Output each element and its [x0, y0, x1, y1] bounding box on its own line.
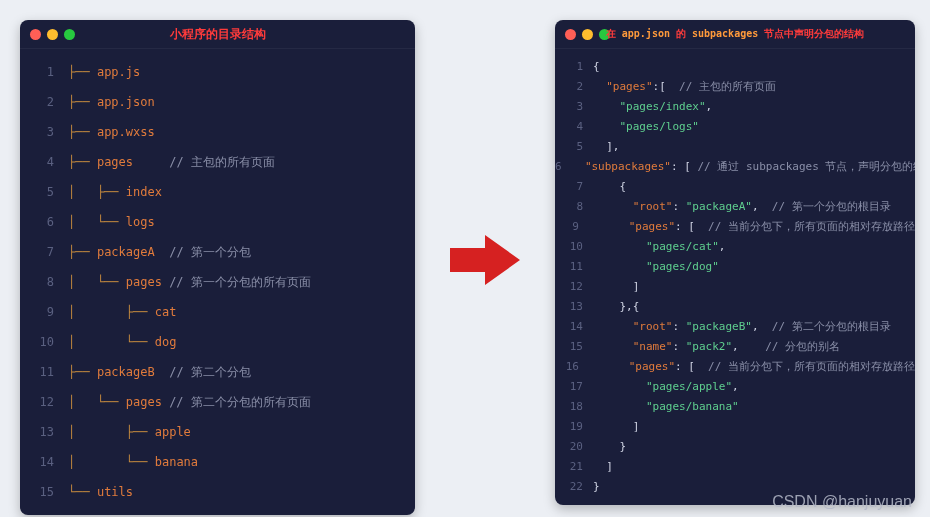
- title-text: 节点中声明分包的结构: [758, 28, 864, 39]
- code-line: 3├── app.wxss: [20, 117, 415, 147]
- code-token: │ └──: [68, 334, 155, 351]
- window-title-right: 在 app.json 的 subpackages 节点中声明分包的结构: [606, 27, 865, 41]
- code-token: "pages/banana": [646, 399, 739, 414]
- code-token: [589, 219, 629, 234]
- close-icon[interactable]: [565, 29, 576, 40]
- code-line: 9 "pages": [ // 当前分包下，所有页面的相对存放路径: [555, 217, 915, 237]
- code-token: {: [593, 59, 600, 74]
- line-number: 1: [555, 59, 593, 74]
- code-token: "pages": [606, 79, 652, 94]
- line-number: 9: [20, 304, 68, 321]
- code-body-left: 1├── app.js2├── app.json3├── app.wxss4├─…: [20, 49, 415, 515]
- code-token: // 当前分包下，所有页面的相对存放路径: [702, 359, 916, 374]
- line-number: 9: [555, 219, 589, 234]
- line-number: 19: [555, 419, 593, 434]
- code-line: 13│ ├── apple: [20, 417, 415, 447]
- code-token: // 第二个分包: [155, 364, 251, 381]
- minimize-icon[interactable]: [47, 29, 58, 40]
- line-number: 11: [20, 364, 68, 381]
- close-icon[interactable]: [30, 29, 41, 40]
- line-number: 5: [555, 139, 593, 154]
- arrow-container: [450, 20, 520, 500]
- code-line: 15└── utils: [20, 477, 415, 507]
- code-line: 1{: [555, 57, 915, 77]
- code-token: }: [593, 479, 600, 494]
- line-number: 6: [555, 159, 572, 174]
- code-line: 11├── packageB // 第二个分包: [20, 357, 415, 387]
- code-token: ,: [732, 379, 739, 394]
- code-token: // 第一个分包的所有页面: [162, 274, 311, 291]
- code-token: [593, 319, 633, 334]
- code-line: 12 ]: [555, 277, 915, 297]
- minimize-icon[interactable]: [582, 29, 593, 40]
- code-token: "pages/index": [620, 99, 706, 114]
- code-token: [572, 159, 585, 174]
- code-line: 2 "pages":[ // 主包的所有页面: [555, 77, 915, 97]
- code-line: 22}: [555, 477, 915, 497]
- line-number: 15: [555, 339, 593, 354]
- code-line: 4 "pages/logs": [555, 117, 915, 137]
- code-token: [593, 379, 646, 394]
- code-token: pages: [97, 154, 133, 171]
- svg-marker-0: [450, 235, 520, 285]
- window-controls: [30, 29, 75, 40]
- line-number: 20: [555, 439, 593, 454]
- code-token: ├──: [68, 94, 97, 111]
- code-token: │ └──: [68, 394, 126, 411]
- code-token: pages: [126, 394, 162, 411]
- line-number: 21: [555, 459, 593, 474]
- line-number: 8: [555, 199, 593, 214]
- code-token: │ └──: [68, 214, 126, 231]
- code-token: : [: [675, 219, 702, 234]
- line-number: 2: [555, 79, 593, 94]
- window-controls: [565, 29, 610, 40]
- code-line: 9│ ├── cat: [20, 297, 415, 327]
- code-token: ,: [732, 339, 759, 354]
- code-token: : [: [675, 359, 702, 374]
- line-number: 2: [20, 94, 68, 111]
- code-token: // 第一个分包的根目录: [765, 199, 891, 214]
- window-title-left: 小程序的目录结构: [170, 26, 266, 43]
- code-token: │ ├──: [68, 424, 155, 441]
- title-keyword: subpackages: [692, 28, 758, 39]
- code-token: // 第一个分包: [155, 244, 251, 261]
- code-token: "root": [633, 199, 673, 214]
- code-token: [593, 239, 646, 254]
- code-token: [593, 99, 620, 114]
- code-token: ├──: [68, 244, 97, 261]
- maximize-icon[interactable]: [64, 29, 75, 40]
- code-line: 14 "root": "packageB", // 第二个分包的根目录: [555, 317, 915, 337]
- code-token: // 第二个分包的根目录: [765, 319, 891, 334]
- code-token: ,: [719, 239, 726, 254]
- code-token: index: [126, 184, 162, 201]
- code-line: 17 "pages/apple",: [555, 377, 915, 397]
- title-text: 的: [670, 28, 692, 39]
- code-token: packageA: [97, 244, 155, 261]
- line-number: 16: [555, 359, 589, 374]
- line-number: 12: [20, 394, 68, 411]
- line-number: 10: [20, 334, 68, 351]
- line-number: 5: [20, 184, 68, 201]
- code-token: :[: [653, 79, 673, 94]
- code-token: "pages": [629, 359, 675, 374]
- code-line: 15 "name": "pack2", // 分包的别名: [555, 337, 915, 357]
- line-number: 3: [555, 99, 593, 114]
- code-line: 6│ └── logs: [20, 207, 415, 237]
- code-window-left: 小程序的目录结构 1├── app.js2├── app.json3├── ap…: [20, 20, 415, 515]
- code-token: "packageA": [686, 199, 752, 214]
- line-number: 4: [555, 119, 593, 134]
- code-line: 4├── pages // 主包的所有页面: [20, 147, 415, 177]
- code-token: "pages/logs": [620, 119, 699, 134]
- code-token: "pack2": [686, 339, 732, 354]
- code-line: 6 "subpackages": [ // 通过 subpackages 节点，…: [555, 157, 915, 177]
- code-token: app.js: [97, 64, 140, 81]
- line-number: 7: [20, 244, 68, 261]
- code-line: 10│ └── dog: [20, 327, 415, 357]
- code-window-right: 在 app.json 的 subpackages 节点中声明分包的结构 1{2 …: [555, 20, 915, 505]
- code-line: 5│ ├── index: [20, 177, 415, 207]
- line-number: 13: [20, 424, 68, 441]
- code-token: "subpackages": [585, 159, 671, 174]
- code-token: ,: [752, 319, 765, 334]
- line-number: 8: [20, 274, 68, 291]
- code-line: 2├── app.json: [20, 87, 415, 117]
